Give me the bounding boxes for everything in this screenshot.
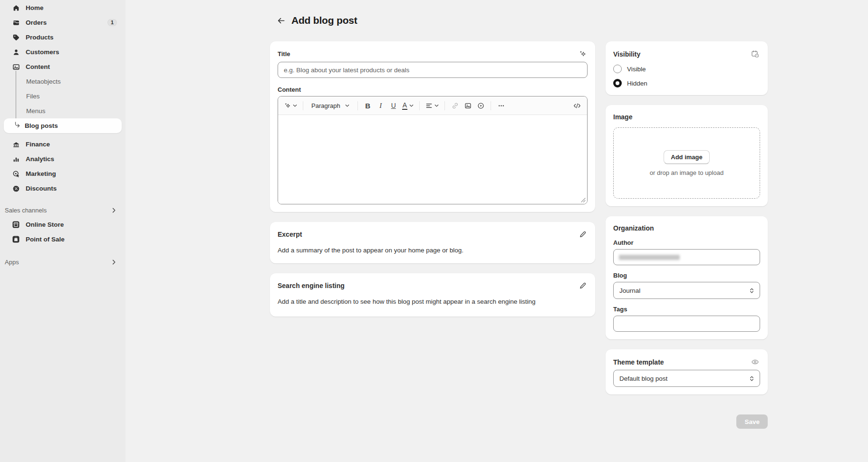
sidebar-item-settings[interactable]: Settings [4, 458, 122, 462]
author-input[interactable] [613, 249, 760, 265]
editor-content-area[interactable] [278, 115, 587, 204]
edit-seo-button[interactable] [578, 281, 588, 290]
sidebar-item-label: Analytics [26, 155, 54, 163]
bar-chart-icon [12, 155, 20, 163]
sidebar-item-label: Point of Sale [26, 236, 65, 243]
excerpt-card: Excerpt Add a summary of the post to app… [270, 222, 595, 263]
toolbar-divider [303, 101, 303, 110]
sidebar-item-orders[interactable]: Orders 1 [4, 15, 122, 30]
page-title: Add blog post [291, 15, 357, 26]
content-label: Content [278, 86, 588, 93]
sidebar-section-apps[interactable]: Apps [0, 255, 125, 269]
schedule-calendar-icon[interactable] [750, 49, 760, 59]
sidebar-item-content[interactable]: Content [4, 59, 122, 74]
image-dropzone[interactable]: Add image or drop an image to upload [613, 127, 760, 199]
tags-label: Tags [613, 306, 760, 313]
sidebar-item-finance[interactable]: Finance [4, 137, 122, 152]
pencil-icon [579, 231, 587, 238]
chevron-down-icon [345, 104, 349, 108]
toolbar-divider [444, 101, 445, 110]
resize-handle-icon[interactable] [581, 198, 586, 202]
code-view-button[interactable] [571, 99, 583, 112]
visibility-option-hidden[interactable]: Hidden [613, 79, 760, 87]
ai-sparkle-button[interactable] [578, 49, 588, 59]
bold-button[interactable]: B [362, 99, 374, 112]
sidebar-item-files[interactable]: Files [4, 89, 122, 104]
drop-hint-text: or drop an image to upload [650, 169, 723, 176]
visibility-card: Visibility Visible Hidden [606, 41, 768, 95]
sidebar-item-online-store[interactable]: Online Store [4, 217, 122, 232]
more-options-button[interactable] [495, 99, 507, 112]
sidebar-item-metaobjects[interactable]: Metaobjects [4, 74, 122, 89]
sidebar-item-home[interactable]: Home [4, 0, 122, 15]
insert-link-button[interactable] [449, 99, 461, 112]
radio-checked[interactable] [613, 79, 622, 87]
sidebar-item-label: Menus [26, 107, 46, 115]
sidebar-item-label: Orders [26, 19, 47, 26]
insert-video-button[interactable] [474, 99, 487, 112]
edit-excerpt-button[interactable] [578, 230, 588, 239]
title-input[interactable] [278, 62, 588, 78]
target-cursor-icon [12, 170, 20, 178]
home-icon [12, 4, 20, 12]
sidebar-item-label: Metaobjects [26, 78, 61, 85]
seo-title: Search engine listing [278, 282, 345, 289]
chevron-right-icon [111, 208, 116, 213]
paragraph-style-dropdown[interactable]: Paragraph [307, 99, 354, 112]
chevron-down-icon [409, 104, 414, 108]
blog-select[interactable]: Journal [613, 282, 760, 299]
storefront-icon [12, 221, 20, 229]
image-icon [464, 102, 472, 109]
pencil-icon [579, 282, 587, 289]
italic-button[interactable]: I [375, 99, 387, 112]
sidebar-item-point-of-sale[interactable]: Point of Sale [4, 232, 122, 247]
preview-eye-icon[interactable] [750, 357, 760, 367]
sidebar-item-discounts[interactable]: Discounts [4, 181, 122, 196]
sidebar-item-menus[interactable]: Menus [4, 104, 122, 118]
bank-icon [12, 140, 20, 148]
blog-select-value: Journal [619, 287, 640, 294]
tags-input[interactable] [613, 316, 760, 332]
ellipsis-icon [498, 102, 505, 109]
sidebar-section-sales-channels[interactable]: Sales channels [0, 203, 125, 217]
sidebar-item-customers[interactable]: Customers [4, 45, 122, 59]
insert-image-button[interactable] [462, 99, 474, 112]
theme-template-title: Theme template [613, 358, 664, 366]
chevron-right-icon [111, 260, 116, 265]
sidebar-item-label: Discounts [26, 185, 57, 192]
save-button[interactable]: Save [736, 414, 768, 429]
section-label: Sales channels [5, 207, 47, 214]
alignment-dropdown[interactable] [424, 99, 441, 112]
sidebar-item-label: Marketing [26, 170, 56, 177]
underline-button[interactable]: U [387, 99, 400, 112]
sidebar-item-marketing[interactable]: Marketing [4, 166, 122, 181]
page-header: Add blog post [270, 0, 768, 41]
visibility-option-visible[interactable]: Visible [613, 65, 760, 73]
video-icon [477, 102, 484, 109]
back-button[interactable] [276, 15, 286, 26]
ai-sparkle-toolbar-button[interactable] [282, 99, 299, 112]
sidebar-item-label: Customers [26, 48, 59, 56]
sub-arrow-icon [12, 122, 20, 130]
excerpt-title: Excerpt [278, 231, 302, 238]
sidebar-item-products[interactable]: Products [4, 30, 122, 45]
organization-title: Organization [613, 224, 654, 232]
toolbar-divider [419, 101, 420, 110]
updown-caret-icon [749, 288, 755, 294]
radio-unchecked[interactable] [613, 65, 622, 73]
sidebar-item-blog-posts[interactable]: Blog posts [4, 118, 122, 133]
sidebar-item-analytics[interactable]: Analytics [4, 152, 122, 166]
discount-badge-icon [12, 184, 20, 192]
add-image-button[interactable]: Add image [664, 150, 709, 164]
theme-template-card: Theme template Default blog post [606, 349, 768, 395]
sidebar-item-label: Content [26, 63, 50, 70]
sidebar-item-label: Online Store [26, 221, 64, 228]
editor-toolbar: Paragraph B I U A [278, 96, 587, 115]
theme-template-select[interactable]: Default blog post [613, 370, 760, 387]
updown-caret-icon [749, 375, 755, 382]
sidebar-item-label: Finance [26, 141, 50, 148]
seo-card: Search engine listing Add a title and de… [270, 273, 595, 317]
sidebar-item-label: Blog posts [25, 122, 58, 129]
text-color-button[interactable]: A [400, 99, 415, 112]
pos-bag-icon [12, 235, 20, 243]
